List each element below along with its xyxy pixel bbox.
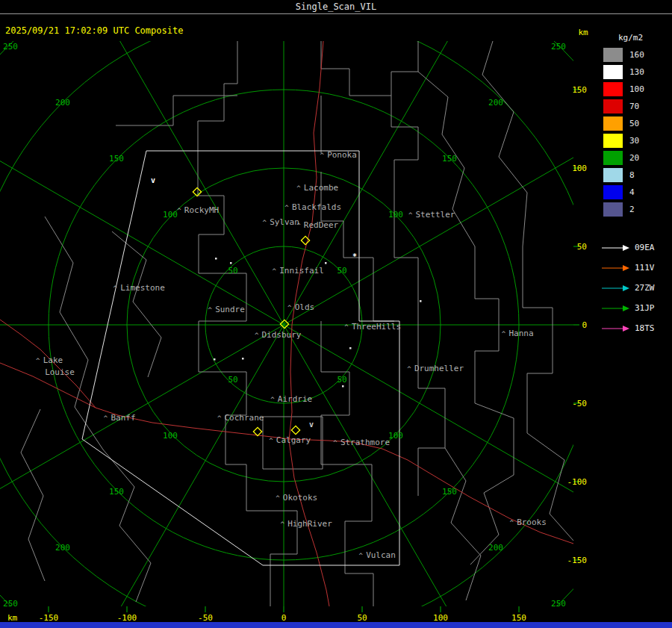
color-swatch: [603, 65, 623, 79]
radar-arrow-icon: [600, 304, 630, 313]
radar-arrow-icon: [600, 264, 630, 273]
town-caret-icon: ^: [270, 396, 275, 403]
county-boundary-line: [482, 41, 527, 246]
county-boundary-line: [523, 246, 553, 433]
level-value: 30: [629, 134, 639, 148]
radial-line: [0, 0, 597, 628]
point-marker: [242, 358, 244, 360]
city-label: Banff: [111, 413, 135, 423]
y-axis-tick-label: -50: [572, 399, 587, 408]
ring-distance-label: 150: [442, 154, 457, 164]
color-swatch: [603, 116, 623, 131]
town-caret-icon: ^: [333, 439, 337, 447]
county-boundary-line: [445, 448, 481, 600]
colorbar-level: 160: [603, 48, 644, 62]
town-caret-icon: ^: [296, 184, 301, 192]
radar-map[interactable]: 5050505010010010010015015015015020020020…: [0, 0, 597, 628]
arrow-head: [623, 245, 629, 251]
radar-site-legend-item: 31JP: [600, 298, 655, 318]
radar-site-id: 18TS: [635, 323, 655, 333]
ring-distance-label: 250: [3, 599, 18, 609]
radial-line: [0, 0, 597, 628]
town-caret-icon: ^: [177, 207, 181, 214]
city-label: Drumheller: [414, 364, 464, 373]
ring-distance-label: 100: [163, 431, 178, 441]
town-caret-icon: ^: [296, 222, 301, 229]
city-label: Airdrie: [278, 394, 312, 404]
town-caret-icon: ^: [113, 285, 118, 292]
ring-distance-label: 250: [3, 42, 18, 52]
county-boundary-line: [470, 403, 514, 565]
town-caret-icon: ^: [358, 552, 363, 559]
radar-coverage-outline: [82, 151, 399, 565]
level-value: 70: [629, 99, 639, 114]
colorbar-level: 70: [603, 99, 644, 114]
town-caret-icon: ^: [273, 267, 277, 275]
colorbar-level: 130: [603, 65, 644, 79]
glyph-marker: *: [352, 252, 357, 261]
ring-distance-label: 50: [228, 375, 237, 385]
city-label: Limestone: [120, 283, 165, 293]
city-label: Stettler: [416, 210, 455, 220]
colorbar-level: 20: [603, 151, 644, 165]
county-boundary-line: [103, 450, 151, 602]
city-label: Lake: [43, 355, 63, 365]
radar-site-id: 31JP: [635, 303, 655, 313]
city-label: Lacombe: [304, 183, 338, 193]
colorbar-level: 8: [603, 168, 644, 182]
ring-distance-label: 200: [488, 98, 503, 108]
city-label: Louise: [45, 367, 75, 377]
town-caret-icon: ^: [509, 519, 514, 526]
point-marker: [325, 262, 327, 264]
arrow-head: [623, 265, 629, 271]
arrow-head: [623, 285, 629, 291]
radar-site-legend-item: 18TS: [600, 318, 655, 338]
color-swatch: [603, 185, 623, 199]
town-caret-icon: ^: [255, 332, 259, 339]
radar-site-id: 27ZW: [635, 283, 655, 293]
city-label: Brooks: [517, 517, 547, 527]
county-boundary-line: [321, 96, 343, 258]
county-boundary-line: [198, 41, 237, 153]
radar-site-id: 09EA: [635, 243, 655, 252]
town-caret-icon: ^: [281, 520, 285, 528]
county-boundary-line: [112, 231, 161, 377]
town-caret-icon: ^: [502, 330, 506, 338]
y-axis-tick-label: -150: [567, 556, 588, 565]
colorbar-level: 2: [603, 202, 644, 217]
city-label: Sundre: [215, 305, 245, 314]
color-swatch: [603, 151, 623, 165]
colorbar-level: 50: [603, 116, 644, 131]
color-swatch: [603, 168, 623, 182]
town-caret-icon: ^: [408, 211, 413, 219]
level-value: 100: [629, 82, 644, 96]
color-swatch: [603, 134, 623, 148]
ring-distance-label: 100: [163, 210, 178, 220]
county-boundary-line: [21, 409, 45, 581]
city-label: ThreeHills: [352, 322, 401, 332]
glyph-marker: v: [151, 176, 155, 184]
city-label: Blackfalds: [292, 202, 341, 212]
colorbar-level: 100: [603, 82, 644, 96]
town-caret-icon: ^: [276, 494, 280, 502]
city-label: Vulcan: [366, 550, 396, 560]
city-label: Ponoka: [327, 150, 357, 160]
bottom-blue-bar: [0, 622, 672, 628]
ring-distance-label: 150: [442, 487, 457, 497]
range-ring: [0, 11, 597, 628]
city-label: Cochrane: [225, 413, 264, 423]
colorbar-panel: kg/m2 16013010070503020842 09EA111V27ZW3…: [597, 0, 672, 628]
city-label: HighRiver: [287, 519, 332, 529]
level-value: 160: [629, 48, 644, 62]
county-boundary-line: [199, 372, 246, 511]
colorbar-unit: kg/m2: [618, 33, 643, 43]
level-value: 130: [629, 65, 644, 79]
range-ring: [0, 0, 597, 628]
y-axis-tick-label: -100: [567, 477, 588, 487]
city-label: Calgary: [276, 435, 311, 445]
highways-layer: [0, 41, 573, 606]
level-value: 2: [629, 202, 635, 217]
radar-site-legend-item: 111V: [600, 258, 655, 278]
county-boundary-line: [321, 464, 373, 606]
ring-distance-label: 50: [337, 375, 346, 385]
